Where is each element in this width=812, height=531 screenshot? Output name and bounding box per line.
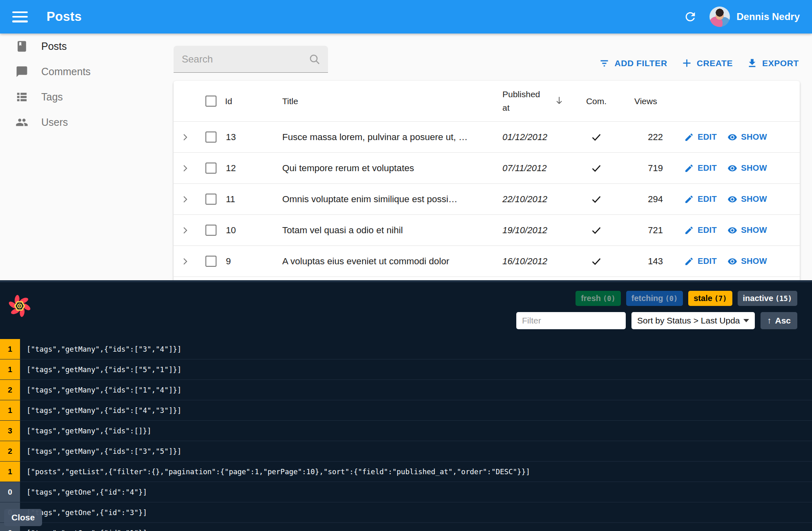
query-key: ["posts","getList",{"filter":{},"paginat… bbox=[20, 462, 530, 482]
query-key: ["tags","getMany",{"ids":[]}] bbox=[20, 421, 152, 441]
column-header-id[interactable]: Id bbox=[225, 96, 282, 106]
show-button[interactable]: SHOW bbox=[727, 257, 767, 266]
query-observer-count: 2 bbox=[0, 441, 20, 461]
add-filter-button[interactable]: ADD FILTER bbox=[599, 58, 667, 69]
cell-id: 9 bbox=[225, 256, 282, 267]
sidebar-item-comments[interactable]: Comments bbox=[0, 59, 172, 84]
sidebar-item-users[interactable]: Users bbox=[0, 109, 172, 135]
cell-views: 721 bbox=[619, 225, 667, 236]
query-key: ["tags","getMany",{"ids":["3","4"]}] bbox=[20, 339, 181, 359]
plus-icon bbox=[681, 58, 692, 69]
show-button[interactable]: SHOW bbox=[727, 163, 767, 173]
row-checkbox[interactable] bbox=[205, 256, 216, 267]
devtools-panel: fresh (0) fetching (0) stale (7) inactiv… bbox=[0, 280, 812, 531]
sidebar: Posts Comments Tags Users bbox=[0, 33, 172, 135]
row-checkbox[interactable] bbox=[205, 194, 216, 205]
row-actions: EDIT SHOW bbox=[667, 257, 800, 266]
query-observer-count: 2 bbox=[0, 380, 20, 400]
devtools-close-button[interactable]: Close bbox=[4, 509, 42, 526]
edit-button[interactable]: EDIT bbox=[684, 163, 717, 173]
row-checkbox[interactable] bbox=[205, 163, 216, 174]
sidebar-item-label: Comments bbox=[41, 66, 91, 78]
query-row[interactable]: 0 ["tags","getOne",{"id":"3"}] bbox=[0, 502, 812, 523]
column-header-com[interactable]: Com. bbox=[574, 96, 619, 106]
status-badge[interactable]: fetching (0) bbox=[626, 291, 683, 306]
devtools-query-list: 1 ["tags","getMany",{"ids":["3","4"]}] 1… bbox=[0, 339, 812, 531]
user-menu[interactable]: Dennis Nedry bbox=[709, 7, 800, 27]
table-row: 11 Omnis voluptate enim similique est po… bbox=[174, 184, 800, 215]
filter-icon bbox=[599, 58, 610, 69]
sidebar-item-tags[interactable]: Tags bbox=[0, 84, 172, 109]
posts-table: Id Title Published at Com. Views bbox=[174, 81, 800, 285]
expand-row-button[interactable] bbox=[174, 257, 196, 266]
search-icon bbox=[308, 53, 321, 65]
query-key: ["tags","getOne",{"id":"4"}] bbox=[20, 482, 147, 502]
query-row[interactable]: 3 ["tags","getMany",{"ids":[]}] bbox=[0, 421, 812, 441]
query-key: ["tags","getMany",{"ids":["1","4"]}] bbox=[20, 380, 181, 400]
select-all-checkbox[interactable] bbox=[205, 96, 216, 107]
row-checkbox[interactable] bbox=[205, 132, 216, 143]
search-input[interactable] bbox=[182, 54, 308, 65]
row-checkbox[interactable] bbox=[205, 225, 216, 236]
query-row[interactable]: 1 ["tags","getMany",{"ids":["3","4"]}] bbox=[0, 339, 812, 359]
sidebar-item-label: Users bbox=[41, 116, 68, 128]
edit-button[interactable]: EDIT bbox=[684, 257, 717, 266]
row-actions: EDIT SHOW bbox=[667, 132, 800, 142]
expand-row-button[interactable] bbox=[174, 163, 196, 173]
pencil-icon bbox=[684, 163, 694, 173]
cell-views: 222 bbox=[619, 132, 667, 143]
edit-button[interactable]: EDIT bbox=[684, 194, 717, 204]
eye-icon bbox=[727, 257, 737, 266]
show-button[interactable]: SHOW bbox=[727, 225, 767, 235]
chevron-right-icon bbox=[180, 132, 190, 142]
table-row: 10 Totam vel quasi a odio et nihil 19/10… bbox=[174, 215, 800, 246]
query-row[interactable]: 2 ["tags","getMany",{"ids":["3","5"]}] bbox=[0, 441, 812, 462]
react-query-logo-icon bbox=[7, 293, 33, 319]
query-row[interactable]: 1 ["tags","getMany",{"ids":["5","1"]}] bbox=[0, 359, 812, 380]
list-toolbar: ADD FILTER CREATE EXPORT bbox=[174, 33, 800, 73]
query-row[interactable]: 0 ["tags","getOne",{"id":"1"}] bbox=[0, 523, 812, 531]
status-badge[interactable]: fresh (0) bbox=[576, 291, 621, 306]
expand-row-button[interactable] bbox=[174, 194, 196, 204]
query-row[interactable]: 2 ["tags","getMany",{"ids":["1","4"]}] bbox=[0, 380, 812, 400]
status-badge[interactable]: stale (7) bbox=[688, 291, 732, 306]
query-row[interactable]: 0 ["tags","getOne",{"id":"4"}] bbox=[0, 482, 812, 502]
column-header-published-at[interactable]: Published at bbox=[502, 88, 574, 114]
sort-desc-icon bbox=[554, 95, 564, 107]
pencil-icon bbox=[684, 194, 694, 204]
export-button[interactable]: EXPORT bbox=[747, 58, 799, 69]
cell-views: 143 bbox=[619, 256, 667, 267]
status-badge[interactable]: inactive (15) bbox=[738, 291, 797, 306]
cell-published-at: 22/10/2012 bbox=[502, 194, 574, 205]
expand-row-button[interactable] bbox=[174, 225, 196, 235]
query-observer-count: 0 bbox=[0, 482, 20, 502]
devtools-filter-input[interactable] bbox=[516, 312, 626, 329]
show-button[interactable]: SHOW bbox=[727, 132, 767, 142]
sidebar-item-label: Posts bbox=[41, 40, 67, 52]
refresh-icon[interactable] bbox=[683, 10, 697, 24]
column-header-views[interactable]: Views bbox=[619, 96, 667, 106]
query-observer-count: 1 bbox=[0, 400, 20, 420]
devtools-asc-button[interactable]: ↑ Asc bbox=[761, 312, 797, 329]
main-content: ADD FILTER CREATE EXPORT Id Title P bbox=[174, 33, 800, 285]
eye-icon bbox=[727, 163, 737, 173]
menu-icon[interactable] bbox=[12, 11, 28, 22]
cell-views: 294 bbox=[619, 194, 667, 205]
edit-button[interactable]: EDIT bbox=[684, 132, 717, 142]
expand-row-button[interactable] bbox=[174, 132, 196, 142]
query-row[interactable]: 1 ["tags","getMany",{"ids":["4","3"]}] bbox=[0, 400, 812, 421]
eye-icon bbox=[727, 132, 737, 142]
show-button[interactable]: SHOW bbox=[727, 194, 767, 204]
cell-title: Qui tempore rerum et voluptates bbox=[282, 163, 502, 174]
user-name: Dennis Nedry bbox=[736, 11, 800, 22]
sidebar-item-posts[interactable]: Posts bbox=[0, 33, 172, 59]
create-button[interactable]: CREATE bbox=[681, 58, 733, 69]
column-header-title[interactable]: Title bbox=[282, 96, 502, 106]
pencil-icon bbox=[684, 132, 694, 142]
devtools-sort-select[interactable]: Sort by Status > Last Upda bbox=[631, 312, 755, 329]
cell-views: 719 bbox=[619, 163, 667, 174]
caret-down-icon bbox=[743, 319, 749, 322]
edit-button[interactable]: EDIT bbox=[684, 225, 717, 235]
cell-published-at: 07/11/2012 bbox=[502, 163, 574, 174]
query-row[interactable]: 1 ["posts","getList",{"filter":{},"pagin… bbox=[0, 462, 812, 482]
